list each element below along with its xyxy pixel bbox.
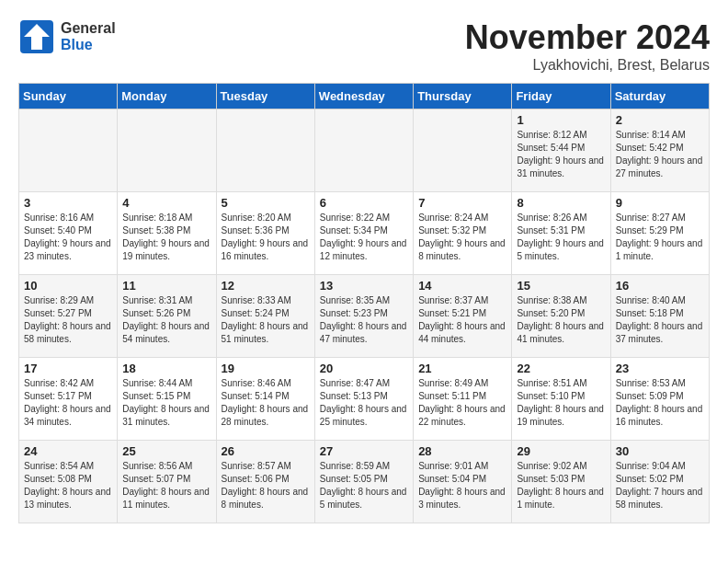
calendar-day-cell: 8Sunrise: 8:26 AM Sunset: 5:31 PM Daylig… <box>512 192 610 275</box>
calendar-day-cell: 2Sunrise: 8:14 AM Sunset: 5:42 PM Daylig… <box>610 109 709 192</box>
logo-icon <box>18 18 55 55</box>
calendar-day-cell: 1Sunrise: 8:12 AM Sunset: 5:44 PM Daylig… <box>512 109 610 192</box>
day-number: 19 <box>222 362 310 375</box>
day-info: Sunrise: 8:46 AM Sunset: 5:14 PM Dayligh… <box>222 377 310 429</box>
calendar-day-cell <box>414 109 512 192</box>
calendar-day-cell: 9Sunrise: 8:27 AM Sunset: 5:29 PM Daylig… <box>610 192 709 275</box>
day-info: Sunrise: 8:49 AM Sunset: 5:11 PM Dayligh… <box>418 377 506 429</box>
weekday-header-monday: Monday <box>118 84 216 109</box>
day-info: Sunrise: 8:20 AM Sunset: 5:36 PM Dayligh… <box>222 212 310 263</box>
day-info: Sunrise: 8:42 AM Sunset: 5:17 PM Dayligh… <box>24 377 112 429</box>
day-info: Sunrise: 8:14 AM Sunset: 5:42 PM Dayligh… <box>616 129 704 180</box>
day-info: Sunrise: 8:59 AM Sunset: 5:05 PM Dayligh… <box>320 460 408 511</box>
calendar-week-row: 17Sunrise: 8:42 AM Sunset: 5:17 PM Dayli… <box>19 358 710 441</box>
day-info: Sunrise: 8:40 AM Sunset: 5:18 PM Dayligh… <box>616 294 704 346</box>
day-number: 14 <box>418 279 506 293</box>
day-number: 10 <box>24 279 112 293</box>
day-number: 20 <box>320 362 408 375</box>
month-title: November 2024 <box>465 18 710 57</box>
day-number: 27 <box>320 444 408 458</box>
day-number: 28 <box>418 444 506 458</box>
logo-general: General <box>61 20 116 37</box>
calendar-day-cell: 15Sunrise: 8:38 AM Sunset: 5:20 PM Dayli… <box>512 275 610 358</box>
day-number: 17 <box>24 362 112 375</box>
day-number: 7 <box>418 196 506 210</box>
day-number: 23 <box>616 362 704 375</box>
calendar-day-cell: 6Sunrise: 8:22 AM Sunset: 5:34 PM Daylig… <box>314 192 413 275</box>
day-number: 29 <box>517 444 605 458</box>
calendar-day-cell: 17Sunrise: 8:42 AM Sunset: 5:17 PM Dayli… <box>19 358 118 441</box>
day-number: 3 <box>24 196 112 210</box>
calendar-day-cell: 25Sunrise: 8:56 AM Sunset: 5:07 PM Dayli… <box>118 441 216 523</box>
day-info: Sunrise: 8:37 AM Sunset: 5:21 PM Dayligh… <box>418 294 506 346</box>
day-number: 12 <box>222 279 310 293</box>
calendar-day-cell: 30Sunrise: 9:04 AM Sunset: 5:02 PM Dayli… <box>610 441 709 523</box>
calendar-day-cell: 19Sunrise: 8:46 AM Sunset: 5:14 PM Dayli… <box>216 358 314 441</box>
calendar-day-cell: 21Sunrise: 8:49 AM Sunset: 5:11 PM Dayli… <box>414 358 512 441</box>
logo-blue: Blue <box>61 37 116 53</box>
location-title: Lyakhovichi, Brest, Belarus <box>465 57 710 74</box>
day-info: Sunrise: 8:16 AM Sunset: 5:40 PM Dayligh… <box>24 212 112 263</box>
calendar-week-row: 10Sunrise: 8:29 AM Sunset: 5:27 PM Dayli… <box>19 275 710 358</box>
calendar-day-cell <box>216 109 314 192</box>
day-number: 22 <box>517 362 605 375</box>
weekday-header-row: SundayMondayTuesdayWednesdayThursdayFrid… <box>19 84 710 109</box>
day-info: Sunrise: 8:18 AM Sunset: 5:38 PM Dayligh… <box>122 212 210 263</box>
day-info: Sunrise: 8:53 AM Sunset: 5:09 PM Dayligh… <box>616 377 704 429</box>
calendar-day-cell: 12Sunrise: 8:33 AM Sunset: 5:24 PM Dayli… <box>216 275 314 358</box>
weekday-header-thursday: Thursday <box>414 84 512 109</box>
day-info: Sunrise: 8:29 AM Sunset: 5:27 PM Dayligh… <box>24 294 112 346</box>
weekday-header-sunday: Sunday <box>19 84 118 109</box>
day-info: Sunrise: 8:31 AM Sunset: 5:26 PM Dayligh… <box>122 294 210 346</box>
day-number: 16 <box>616 279 704 293</box>
calendar-day-cell: 5Sunrise: 8:20 AM Sunset: 5:36 PM Daylig… <box>216 192 314 275</box>
calendar-day-cell: 3Sunrise: 8:16 AM Sunset: 5:40 PM Daylig… <box>19 192 118 275</box>
calendar-week-row: 24Sunrise: 8:54 AM Sunset: 5:08 PM Dayli… <box>19 441 710 523</box>
calendar-day-cell: 10Sunrise: 8:29 AM Sunset: 5:27 PM Dayli… <box>19 275 118 358</box>
day-number: 18 <box>122 362 210 375</box>
calendar-day-cell: 27Sunrise: 8:59 AM Sunset: 5:05 PM Dayli… <box>314 441 413 523</box>
calendar-day-cell: 7Sunrise: 8:24 AM Sunset: 5:32 PM Daylig… <box>414 192 512 275</box>
day-info: Sunrise: 8:26 AM Sunset: 5:31 PM Dayligh… <box>517 212 605 263</box>
day-info: Sunrise: 8:54 AM Sunset: 5:08 PM Dayligh… <box>24 460 112 511</box>
weekday-header-wednesday: Wednesday <box>314 84 413 109</box>
calendar-day-cell: 22Sunrise: 8:51 AM Sunset: 5:10 PM Dayli… <box>512 358 610 441</box>
day-info: Sunrise: 8:57 AM Sunset: 5:06 PM Dayligh… <box>222 460 310 511</box>
day-number: 6 <box>320 196 408 210</box>
day-number: 25 <box>122 444 210 458</box>
day-info: Sunrise: 8:35 AM Sunset: 5:23 PM Dayligh… <box>320 294 408 346</box>
day-info: Sunrise: 8:38 AM Sunset: 5:20 PM Dayligh… <box>517 294 605 346</box>
day-number: 15 <box>517 279 605 293</box>
day-info: Sunrise: 8:24 AM Sunset: 5:32 PM Dayligh… <box>418 212 506 263</box>
calendar-day-cell: 24Sunrise: 8:54 AM Sunset: 5:08 PM Dayli… <box>19 441 118 523</box>
day-number: 4 <box>122 196 210 210</box>
day-info: Sunrise: 8:56 AM Sunset: 5:07 PM Dayligh… <box>122 460 210 511</box>
weekday-header-tuesday: Tuesday <box>216 84 314 109</box>
day-info: Sunrise: 9:04 AM Sunset: 5:02 PM Dayligh… <box>616 460 704 511</box>
day-info: Sunrise: 8:47 AM Sunset: 5:13 PM Dayligh… <box>320 377 408 429</box>
calendar-day-cell: 16Sunrise: 8:40 AM Sunset: 5:18 PM Dayli… <box>610 275 709 358</box>
day-number: 30 <box>616 444 704 458</box>
day-number: 13 <box>320 279 408 293</box>
day-info: Sunrise: 8:12 AM Sunset: 5:44 PM Dayligh… <box>517 129 605 180</box>
calendar-day-cell: 20Sunrise: 8:47 AM Sunset: 5:13 PM Dayli… <box>314 358 413 441</box>
calendar-day-cell: 26Sunrise: 8:57 AM Sunset: 5:06 PM Dayli… <box>216 441 314 523</box>
day-number: 8 <box>517 196 605 210</box>
day-info: Sunrise: 8:51 AM Sunset: 5:10 PM Dayligh… <box>517 377 605 429</box>
calendar-week-row: 3Sunrise: 8:16 AM Sunset: 5:40 PM Daylig… <box>19 192 710 275</box>
title-area: November 2024 Lyakhovichi, Brest, Belaru… <box>465 18 710 74</box>
calendar-day-cell: 29Sunrise: 9:02 AM Sunset: 5:03 PM Dayli… <box>512 441 610 523</box>
day-number: 2 <box>616 113 704 127</box>
calendar-day-cell <box>118 109 216 192</box>
logo: General Blue <box>18 18 116 55</box>
calendar-day-cell: 14Sunrise: 8:37 AM Sunset: 5:21 PM Dayli… <box>414 275 512 358</box>
day-info: Sunrise: 8:27 AM Sunset: 5:29 PM Dayligh… <box>616 212 704 263</box>
day-number: 26 <box>222 444 310 458</box>
calendar-day-cell <box>314 109 413 192</box>
day-number: 5 <box>222 196 310 210</box>
calendar-day-cell: 18Sunrise: 8:44 AM Sunset: 5:15 PM Dayli… <box>118 358 216 441</box>
day-info: Sunrise: 8:44 AM Sunset: 5:15 PM Dayligh… <box>122 377 210 429</box>
day-info: Sunrise: 8:33 AM Sunset: 5:24 PM Dayligh… <box>222 294 310 346</box>
calendar-day-cell: 13Sunrise: 8:35 AM Sunset: 5:23 PM Dayli… <box>314 275 413 358</box>
calendar-table: SundayMondayTuesdayWednesdayThursdayFrid… <box>18 83 710 523</box>
